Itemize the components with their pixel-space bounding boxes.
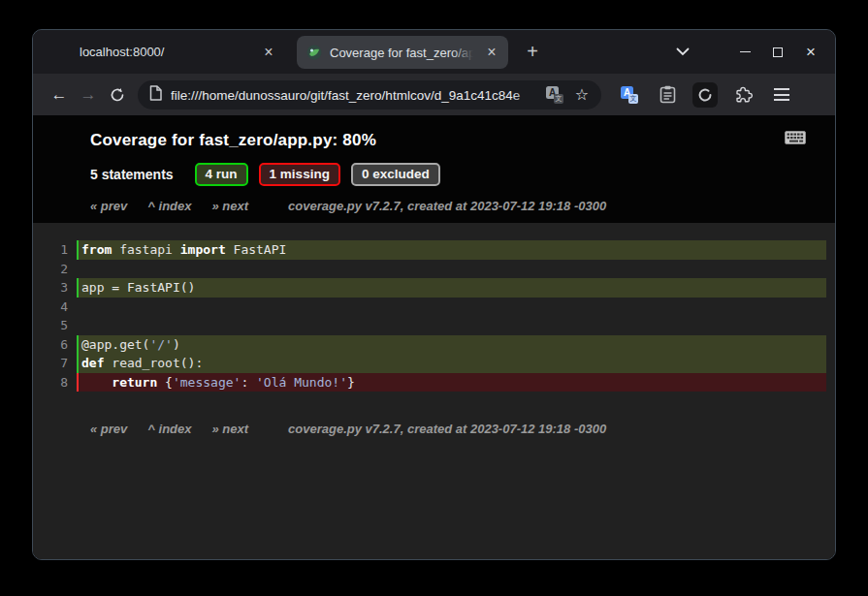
minimize-button[interactable] [732,40,757,65]
line-number[interactable]: 5 [33,316,77,335]
missing-filter-button[interactable]: 1 missing [259,163,340,186]
code-text [77,316,826,335]
excluded-filter-button[interactable]: 0 excluded [351,163,440,186]
code-line: 3app = FastAPI() [33,278,826,298]
tab-close-icon[interactable]: × [483,44,500,61]
code-line: 7def read_root(): [33,354,826,373]
tab-title: localhost:8000/ [80,45,164,59]
code-text [77,260,826,279]
browser-menu-icon[interactable] [769,88,794,101]
code-text: return {'message': 'Olá Mundo!'} [77,373,826,392]
code-text [77,298,826,317]
tab-localhost[interactable]: localhost:8000/ × [33,30,291,74]
line-number[interactable]: 6 [33,335,77,355]
coverage-favicon-icon [306,45,322,60]
bookmark-star-icon[interactable]: ☆ [570,83,594,107]
code-line: 6@app.get('/') [33,335,826,355]
translate-extension-icon[interactable]: A文 [617,82,642,108]
code-text: app = FastAPI() [77,278,826,298]
next-link[interactable]: » next [211,199,248,213]
window-controls: × [732,40,823,65]
extension-icons: A文 [617,82,755,108]
code-text: @app.get('/') [77,335,826,355]
stats-row: 5 statements 4 run 1 missing 0 excluded [90,163,808,186]
new-tab-button[interactable]: + [518,38,547,67]
loop-extension-icon[interactable] [692,82,718,108]
line-number[interactable]: 8 [33,373,77,392]
url-text: file:///home/dunossauro/git/fast_zero/ht… [171,88,520,103]
code-text: def read_root(): [77,354,826,373]
line-number[interactable]: 4 [33,298,77,317]
extensions-puzzle-icon[interactable] [730,82,755,108]
tab-coverage[interactable]: Coverage for fast_zero/ap × [297,36,508,69]
coverage-report-page: Coverage for fast_zero/app.py: 80% 5 sta… [33,115,835,559]
code-line: 2 [33,260,826,279]
maximize-button[interactable] [765,40,790,65]
code-text: from fastapi import FastAPI [77,240,826,260]
browser-window: localhost:8000/ × Coverage for fast_zero… [32,29,836,560]
tab-close-icon[interactable]: × [260,44,277,61]
line-number[interactable]: 1 [33,240,77,260]
tab-title: Coverage for fast_zero/ap [330,46,473,60]
coverage-version-text: coverage.py v7.2.7, created at 2023-07-1… [288,199,606,213]
reload-icon[interactable] [103,80,132,110]
forward-icon[interactable]: → [74,80,103,110]
code-line: 5 [33,316,826,335]
index-link[interactable]: ^ index [147,422,191,436]
statements-count: 5 statements [90,167,174,182]
tab-search-chevron-icon[interactable] [668,38,697,67]
line-number[interactable]: 3 [33,278,77,298]
back-icon[interactable]: ← [45,80,74,110]
window-close-button[interactable]: × [798,40,823,65]
address-bar[interactable]: file:///home/dunossauro/git/fast_zero/ht… [138,80,601,110]
line-number[interactable]: 2 [33,260,77,279]
source-area: 1from fastapi import FastAPI2 3app = Fas… [33,223,835,559]
coverage-nav-top: « prev ^ index » next coverage.py v7.2.7… [90,199,808,213]
keyboard-shortcuts-icon[interactable] [785,131,806,148]
translate-page-icon[interactable]: A文 [543,83,566,107]
prev-link[interactable]: « prev [90,422,127,436]
code-line: 1from fastapi import FastAPI [33,240,826,260]
run-filter-button[interactable]: 4 run [195,163,248,186]
page-title: Coverage for fast_zero/app.py: 80% [90,131,808,150]
report-header: Coverage for fast_zero/app.py: 80% 5 sta… [33,115,835,223]
tab-strip: localhost:8000/ × Coverage for fast_zero… [33,30,835,74]
coverage-nav-bottom: « prev ^ index » next coverage.py v7.2.7… [90,422,826,436]
code-line: 4 [33,298,826,317]
clipboard-extension-icon[interactable] [655,82,680,108]
code-block: 1from fastapi import FastAPI2 3app = Fas… [33,240,826,392]
coverage-version-text: coverage.py v7.2.7, created at 2023-07-1… [288,422,606,436]
line-number[interactable]: 7 [33,354,77,373]
browser-toolbar: ← → file:///home/dunossauro/git/fast_zer… [33,74,835,115]
code-line: 8 return {'message': 'Olá Mundo!'} [33,373,826,392]
prev-link[interactable]: « prev [90,199,127,213]
next-link[interactable]: » next [211,422,248,436]
index-link[interactable]: ^ index [147,199,191,213]
file-icon [149,85,162,105]
